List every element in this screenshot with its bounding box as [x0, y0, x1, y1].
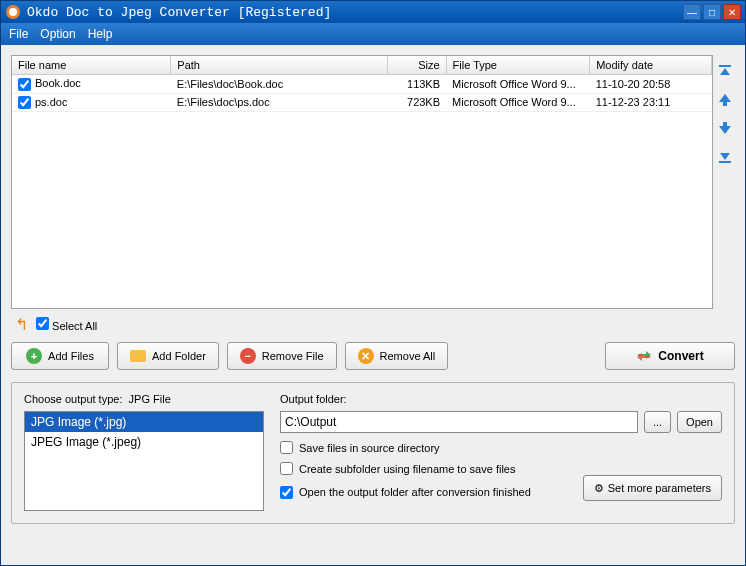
bottom-panel: Choose output type: JPG File JPG Image (… [11, 382, 735, 524]
col-header-type[interactable]: File Type [446, 56, 590, 75]
output-folder-label: Output folder: [280, 393, 722, 405]
svg-marker-3 [720, 68, 730, 75]
move-top-icon[interactable] [717, 63, 733, 81]
open-after-label: Open the output folder after conversion … [299, 486, 531, 498]
open-after-checkbox[interactable] [280, 486, 293, 499]
add-files-button[interactable]: + Add Files [11, 342, 109, 370]
file-list[interactable]: File name Path Size File Type Modify dat… [11, 55, 713, 309]
folder-up-icon[interactable]: ↰ [15, 315, 28, 334]
save-source-checkbox[interactable] [280, 441, 293, 454]
save-source-label: Save files in source directory [299, 442, 440, 454]
remove-file-button[interactable]: − Remove File [227, 342, 337, 370]
menu-option[interactable]: Option [40, 27, 75, 41]
row-checkbox[interactable] [18, 96, 31, 109]
svg-marker-6 [719, 126, 731, 134]
output-folder-input[interactable] [280, 411, 638, 433]
gear-icon: ⚙ [594, 482, 604, 494]
convert-icon [636, 348, 652, 364]
minus-icon: − [240, 348, 256, 364]
col-header-size[interactable]: Size [388, 56, 446, 75]
table-row[interactable]: ps.docE:\Files\doc\ps.doc723KBMicrosoft … [12, 93, 712, 112]
open-folder-button[interactable]: Open [677, 411, 722, 433]
content-area: File name Path Size File Type Modify dat… [1, 45, 745, 565]
move-up-icon[interactable] [717, 91, 733, 109]
menubar: File Option Help [1, 23, 745, 45]
main-window: Okdo Doc to Jpeg Converter [Registered] … [0, 0, 746, 566]
subfolder-label: Create subfolder using filename to save … [299, 463, 515, 475]
filelist-header-row: File name Path Size File Type Modify dat… [12, 56, 712, 75]
set-more-parameters-button[interactable]: ⚙Set more parameters [583, 475, 722, 501]
move-down-icon[interactable] [717, 119, 733, 137]
output-type-label: Choose output type: JPG File [24, 393, 171, 405]
window-title: Okdo Doc to Jpeg Converter [Registered] [27, 5, 331, 20]
titlebar: Okdo Doc to Jpeg Converter [Registered] … [1, 1, 745, 23]
app-logo-icon [5, 4, 21, 20]
move-bottom-icon[interactable] [717, 147, 733, 165]
add-folder-button[interactable]: Add Folder [117, 342, 219, 370]
remove-all-button[interactable]: ✕ Remove All [345, 342, 449, 370]
col-header-name[interactable]: File name [12, 56, 171, 75]
remove-all-icon: ✕ [358, 348, 374, 364]
plus-icon: + [26, 348, 42, 364]
list-item[interactable]: JPG Image (*.jpg) [25, 412, 263, 432]
svg-rect-9 [719, 161, 731, 163]
list-item[interactable]: JPEG Image (*.jpeg) [25, 432, 263, 452]
select-all-checkbox[interactable] [36, 317, 49, 330]
maximize-button[interactable]: □ [703, 4, 721, 20]
svg-point-1 [9, 8, 17, 16]
col-header-date[interactable]: Modify date [590, 56, 712, 75]
col-header-path[interactable]: Path [171, 56, 388, 75]
table-row[interactable]: Book.docE:\Files\doc\Book.doc113KBMicros… [12, 75, 712, 94]
output-type-listbox[interactable]: JPG Image (*.jpg)JPEG Image (*.jpeg) [24, 411, 264, 511]
close-button[interactable]: ✕ [723, 4, 741, 20]
menu-file[interactable]: File [9, 27, 28, 41]
minimize-button[interactable]: — [683, 4, 701, 20]
menu-help[interactable]: Help [88, 27, 113, 41]
svg-rect-7 [723, 122, 727, 127]
convert-button[interactable]: Convert [605, 342, 735, 370]
svg-rect-5 [723, 101, 727, 106]
subfolder-checkbox[interactable] [280, 462, 293, 475]
folder-icon [130, 350, 146, 362]
svg-marker-8 [720, 153, 730, 160]
select-all-label[interactable]: Select All [36, 317, 97, 332]
row-checkbox[interactable] [18, 78, 31, 91]
svg-marker-4 [719, 94, 731, 102]
browse-button[interactable]: ... [644, 411, 671, 433]
svg-rect-2 [719, 65, 731, 67]
reorder-arrows [713, 55, 735, 309]
